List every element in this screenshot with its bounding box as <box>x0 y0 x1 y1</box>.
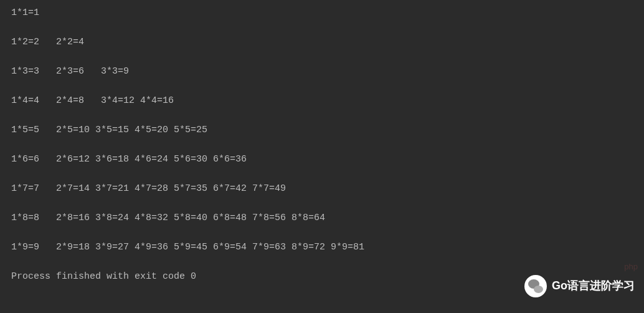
output-line: 1*4=4 2*4=8 3*4=12 4*4=16 <box>11 94 633 107</box>
output-line: 1*1=1 <box>11 6 633 19</box>
watermark-php: php <box>624 261 638 272</box>
output-line: 1*5=5 2*5=10 3*5=15 4*5=20 5*5=25 <box>11 123 633 137</box>
watermark-go-text: Go语言进阶学习 <box>552 278 635 294</box>
output-line: 1*8=8 2*8=16 3*8=24 4*8=32 5*8=40 6*8=48… <box>11 211 633 224</box>
watermark-go: Go语言进阶学习 <box>524 275 635 297</box>
output-line: 1*7=7 2*7=14 3*7=21 4*7=28 5*7=35 6*7=42… <box>11 182 633 195</box>
output-line: 1*6=6 2*6=12 3*6=18 4*6=24 5*6=30 6*6=36 <box>11 153 633 166</box>
console-output: 1*1=1 1*2=2 2*2=4 1*3=3 2*3=6 3*3=9 1*4=… <box>11 6 633 283</box>
output-line: 1*3=3 2*3=6 3*3=9 <box>11 65 633 78</box>
wechat-icon <box>524 275 547 297</box>
output-line: 1*2=2 2*2=4 <box>11 36 633 49</box>
output-line: 1*9=9 2*9=18 3*9=27 4*9=36 5*9=45 6*9=54… <box>11 241 633 254</box>
